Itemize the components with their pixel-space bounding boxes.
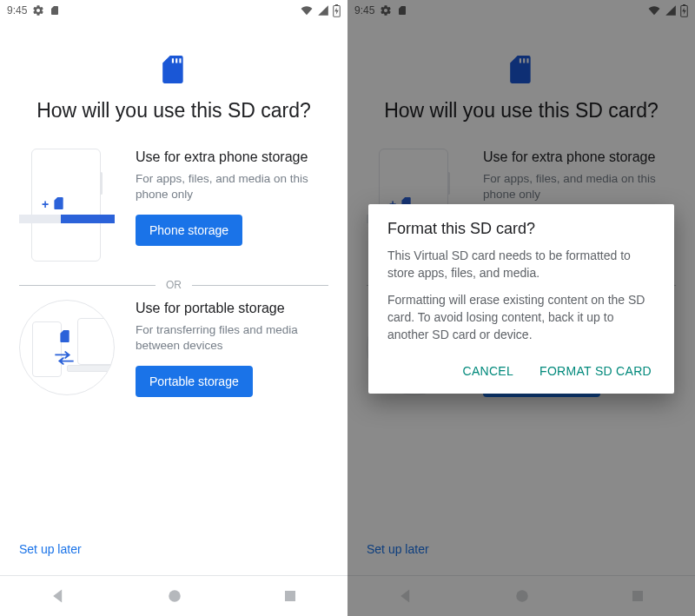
navigation-bar (0, 576, 348, 616)
portable-storage-button[interactable]: Portable storage (136, 366, 253, 397)
option-phone-storage: + Use for extra phone storage For apps, … (19, 145, 328, 274)
format-dialog: Format this SD card? This Virtual SD car… (368, 204, 674, 394)
option-a-title: Use for extra phone storage (136, 149, 328, 166)
option-b-desc: For transferring files and media between… (136, 322, 328, 354)
nav-recent-icon[interactable] (282, 588, 298, 604)
dialog-body-1: This Virtual SD card needs to be formatt… (387, 247, 655, 282)
dialog-title: Format this SD card? (387, 220, 655, 238)
sd-card-small-icon (50, 4, 60, 17)
dialog-cancel-button[interactable]: CANCEL (459, 357, 517, 385)
option-a-desc: For apps, files, and media on this phone… (136, 171, 328, 202)
battery-icon (333, 4, 341, 17)
nav-home-icon[interactable] (167, 588, 182, 604)
settings-icon (32, 4, 44, 17)
sd-card-hero-icon (19, 56, 328, 87)
status-time: 9:45 (7, 4, 27, 17)
status-bar: 9:45 (0, 0, 348, 21)
illustration-portable-storage (19, 300, 115, 395)
transfer-arrows-icon (55, 351, 74, 365)
svg-rect-1 (335, 4, 338, 6)
sd-card-mini-icon (60, 330, 70, 342)
phone-storage-button[interactable]: Phone storage (136, 215, 242, 246)
wifi-icon (300, 4, 314, 17)
page-content: How will you use this SD card? + Use for… (0, 21, 348, 575)
signal-icon (317, 4, 329, 17)
svg-rect-3 (285, 591, 295, 601)
phone-right: 9:45 How will you use this SD card? (348, 0, 695, 616)
separator-or: OR (19, 279, 328, 291)
setup-later-link[interactable]: Set up later (19, 535, 82, 568)
plus-icon: + (42, 197, 49, 211)
phone-left: 9:45 How will you use this SD card? (0, 0, 348, 616)
separator-label: OR (166, 279, 182, 291)
option-b-title: Use for portable storage (136, 300, 328, 317)
dialog-format-button[interactable]: FORMAT SD CARD (536, 357, 655, 385)
svg-point-2 (169, 590, 181, 602)
illustration-phone-storage: + (19, 149, 115, 262)
option-portable-storage: Use for portable storage For transferrin… (19, 296, 328, 409)
dialog-body-2: Formatting will erase existing content o… (387, 291, 655, 344)
nav-back-icon[interactable] (50, 587, 67, 605)
sd-card-mini-icon (54, 197, 64, 209)
page-title: How will you use this SD card? (19, 99, 328, 123)
